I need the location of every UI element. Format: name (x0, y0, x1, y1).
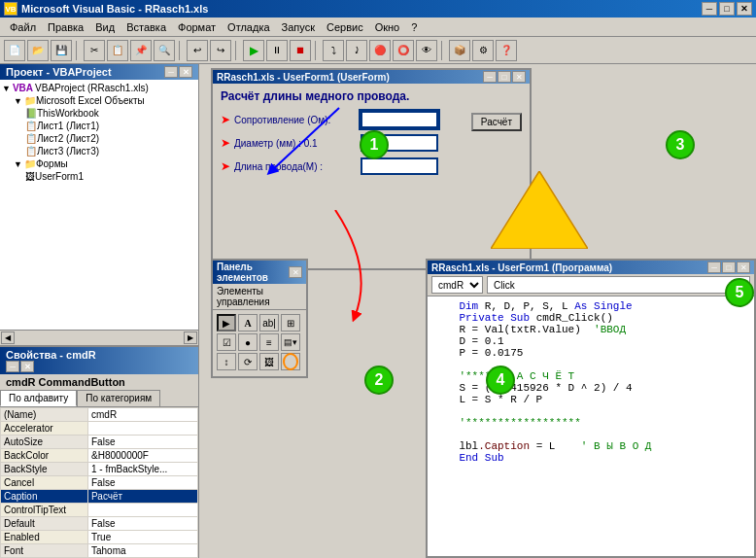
props-value-cell[interactable] (88, 422, 198, 436)
menu-debug[interactable]: Отладка (222, 19, 275, 35)
tb-step-into[interactable]: ⤵ (323, 40, 344, 61)
toolbox-label-tool[interactable]: A (238, 314, 258, 331)
menu-file[interactable]: Файл (4, 19, 42, 35)
toolbox-listbox-tool[interactable]: ≡ (259, 333, 279, 351)
code-maximize[interactable]: □ (722, 262, 736, 273)
tb-open[interactable]: 📂 (27, 40, 49, 61)
menu-insert[interactable]: Вставка (120, 19, 172, 35)
uf-close[interactable]: ✕ (512, 71, 526, 83)
tb-redo[interactable]: ↪ (210, 40, 231, 61)
props-name-cell: (Name) (1, 408, 88, 422)
tree-item-userform1[interactable]: 🖼 UserForm1 (2, 170, 196, 183)
toolbox-radio-tool[interactable]: ● (238, 333, 258, 351)
menu-tools[interactable]: Сервис (321, 19, 369, 35)
props-value-cell[interactable]: Tahoma (88, 544, 198, 558)
userform-win-buttons: ─ □ ✕ (483, 71, 526, 83)
props-row[interactable]: EnabledTrue (1, 531, 198, 544)
toolbox-combo-tool[interactable]: ▤▾ (281, 333, 300, 351)
menu-edit[interactable]: Правка (42, 19, 89, 35)
props-row[interactable]: CaptionРасчёт (1, 490, 198, 504)
props-row[interactable]: AutoSizeFalse (1, 436, 198, 449)
calc-button[interactable]: Расчёт (471, 113, 522, 131)
tb-undo[interactable]: ↩ (187, 40, 208, 61)
tree-item-workbook[interactable]: 📗 ThisWorkbook (2, 107, 196, 120)
tree-item-sheet2[interactable]: 📋 Лист2 (Лист2) (2, 132, 196, 145)
tb-cut[interactable]: ✂ (84, 40, 105, 61)
props-tab-alpha[interactable]: По алфавиту (0, 390, 77, 406)
tb-copy[interactable]: 📋 (107, 40, 128, 61)
toolbox-image-tool[interactable]: 🖼 (259, 353, 279, 370)
close-button[interactable]: ✕ (737, 2, 752, 16)
props-row[interactable]: DefaultFalse (1, 517, 198, 531)
tree-item-sheet1[interactable]: 📋 Лист1 (Лист1) (2, 120, 196, 132)
toolbox-checkbox-tool[interactable]: ☑ (217, 333, 236, 351)
toolbox-row-3: ↕ ⟳ 🖼 (217, 353, 302, 370)
menu-view[interactable]: Вид (89, 19, 120, 35)
tree-item-forms[interactable]: ▼ 📁 Формы (2, 157, 196, 170)
uf-minimize[interactable]: ─ (483, 71, 497, 83)
props-minimize[interactable]: ─ (6, 361, 19, 372)
menu-format[interactable]: Формат (172, 19, 222, 35)
tree-item-sheet3[interactable]: 📋 Лист3 (Лист3) (2, 145, 196, 157)
tb-clear-bp[interactable]: ⭕ (393, 40, 414, 61)
toolbox-arrow-tool[interactable]: ▶ (217, 314, 236, 331)
props-value-cell[interactable]: &H8000000F (88, 449, 198, 463)
props-value-cell[interactable]: False (88, 476, 198, 490)
props-row[interactable]: FontTahoma (1, 544, 198, 558)
props-value-cell[interactable]: cmdR (88, 408, 198, 422)
tb-help[interactable]: ❓ (496, 40, 517, 61)
code-object-select[interactable]: cmdR (431, 276, 483, 294)
props-value-cell[interactable]: False (88, 517, 198, 531)
toolbox-circle-tool[interactable] (281, 353, 300, 370)
project-tree[interactable]: ▼ VBA VBAProject (RRasch1.xls) ▼ 📁 Micro… (0, 80, 198, 330)
props-row[interactable]: BackStyle1 - fmBackStyle... (1, 463, 198, 476)
code-proc-select[interactable]: Click (487, 276, 750, 294)
tb-objects[interactable]: ⚙ (472, 40, 494, 61)
props-value-cell[interactable]: 1 - fmBackStyle... (88, 463, 198, 476)
tb-save[interactable]: 💾 (51, 40, 72, 61)
props-value-cell[interactable] (88, 504, 198, 517)
tb-stop[interactable]: ⏹ (290, 40, 311, 61)
props-value-cell[interactable]: True (88, 531, 198, 544)
menu-help[interactable]: ? (405, 19, 423, 35)
tb-watch[interactable]: 👁 (416, 40, 437, 61)
tb-toggle-bp[interactable]: 🔴 (369, 40, 391, 61)
props-value-cell[interactable]: False (88, 436, 198, 449)
input-resistance[interactable] (361, 111, 438, 128)
tb-pause[interactable]: ⏸ (266, 40, 288, 61)
props-row[interactable]: ControlTipText (1, 504, 198, 517)
props-row[interactable]: BackColor&H8000000F (1, 449, 198, 463)
scroll-right[interactable]: ▶ (184, 331, 197, 344)
tb-find[interactable]: 🔍 (154, 40, 175, 61)
props-value-cell[interactable]: Расчёт (88, 490, 198, 504)
tb-paste[interactable]: 📌 (130, 40, 152, 61)
tb-run[interactable]: ▶ (243, 40, 264, 61)
props-row[interactable]: (Name)cmdR (1, 408, 198, 422)
code-close[interactable]: ✕ (737, 262, 750, 273)
menu-window[interactable]: Окно (369, 19, 406, 35)
tb-project[interactable]: 📦 (449, 40, 470, 61)
toolbox-scroll-tool[interactable]: ↕ (217, 353, 236, 370)
tb-step-over[interactable]: ⤸ (346, 40, 367, 61)
project-minimize[interactable]: ─ (164, 66, 178, 78)
props-row[interactable]: CancelFalse (1, 476, 198, 490)
project-close[interactable]: ✕ (179, 66, 192, 78)
props-scroll-area[interactable]: (Name)cmdRAcceleratorAutoSizeFalseBackCo… (0, 407, 198, 558)
code-body[interactable]: Dim R, D, P, S, L As Single Private Sub … (428, 296, 754, 556)
expand-excel-icon: ▼ (14, 96, 22, 106)
toolbox-textbox-tool[interactable]: ab| (259, 314, 279, 331)
input-length[interactable] (361, 157, 438, 175)
minimize-button[interactable]: ─ (702, 2, 717, 16)
menu-run[interactable]: Запуск (276, 19, 321, 35)
props-tab-category[interactable]: По категориям (77, 390, 160, 406)
code-minimize[interactable]: ─ (707, 262, 721, 273)
toolbox-spin-tool[interactable]: ⟳ (238, 353, 258, 370)
scroll-left[interactable]: ◀ (1, 331, 15, 344)
tree-item-excel[interactable]: ▼ 📁 Microsoft Excel Объекты (2, 94, 196, 107)
uf-maximize[interactable]: □ (498, 71, 511, 83)
props-close[interactable]: ✕ (20, 361, 34, 372)
props-row[interactable]: Accelerator (1, 422, 198, 436)
maximize-button[interactable]: □ (719, 2, 735, 16)
tb-new[interactable]: 📄 (4, 40, 25, 61)
tree-item-root[interactable]: ▼ VBA VBAProject (RRasch1.xls) (2, 82, 196, 94)
